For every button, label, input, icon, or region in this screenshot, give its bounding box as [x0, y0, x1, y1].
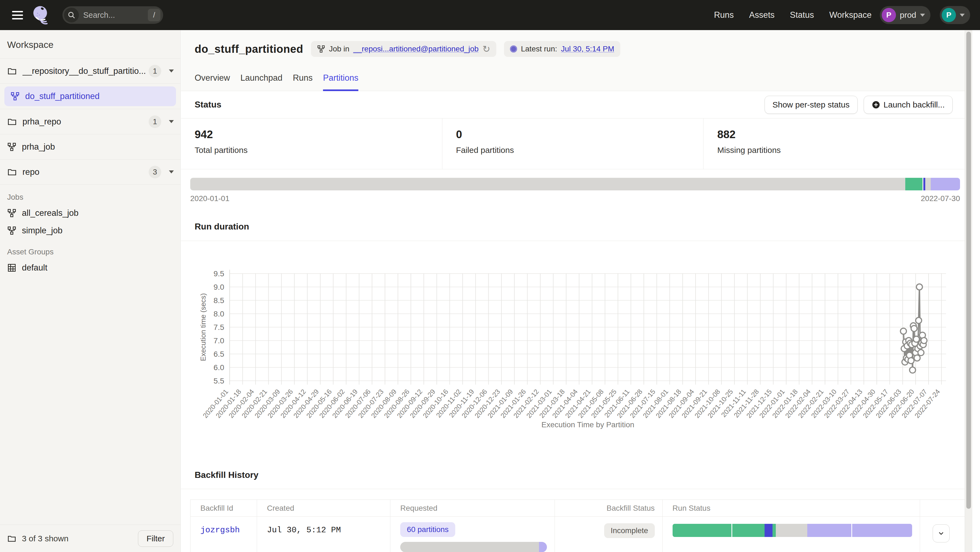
backfill-id-link[interactable]: jozrgsbh	[200, 517, 249, 535]
asset-groups-section-label: Asset Groups	[0, 240, 180, 259]
nav-runs[interactable]: Runs	[714, 10, 733, 20]
sidebar-repo-row[interactable]: prha_repo 1	[0, 109, 180, 134]
vertical-scrollbar[interactable]	[965, 30, 972, 552]
chevron-down-icon[interactable]	[169, 170, 174, 173]
folder-icon	[7, 117, 17, 127]
folder-icon	[7, 167, 17, 177]
backfill-table-row: jozrgsbh Jul 30, 5:12 PM 60 partitions 2…	[191, 517, 970, 552]
partition-stats: 942 Total partitions 0 Failed partitions…	[181, 118, 965, 169]
job-tabs: Overview Launchpad Runs Partitions	[195, 73, 358, 91]
deployment-switcher[interactable]: P prod	[880, 6, 931, 24]
divider	[181, 489, 965, 489]
column-header-run-status: Run Status	[662, 500, 920, 516]
nav-workspace[interactable]: Workspace	[829, 10, 872, 20]
scrollbar-thumb[interactable]	[966, 32, 971, 509]
reload-icon[interactable]: ↻	[482, 44, 490, 54]
nav-status[interactable]: Status	[790, 10, 814, 20]
stat-missing-partitions: 882 Missing partitions	[703, 119, 965, 169]
tab-launchpad[interactable]: Launchpad	[240, 73, 282, 91]
nav-assets[interactable]: Assets	[749, 10, 775, 20]
partition-range-end: 2022-07-30	[921, 194, 960, 203]
run-duration-chart[interactable]: 5.56.06.57.07.58.08.59.09.52020-01-01202…	[181, 252, 965, 468]
user-menu[interactable]: P	[940, 6, 970, 24]
stat-failed-partitions: 0 Failed partitions	[442, 119, 703, 169]
svg-text:7.0: 7.0	[213, 336, 224, 345]
run-status-bar[interactable]	[673, 524, 912, 537]
chevron-down-icon[interactable]	[169, 120, 174, 123]
svg-text:7.5: 7.5	[213, 323, 224, 332]
repo-count-badge: 3	[149, 166, 161, 178]
sidebar-heading: Workspace	[0, 30, 180, 59]
repo-count-badge: 1	[149, 65, 161, 78]
column-header-created: Created	[257, 500, 390, 516]
plus-circle-icon	[872, 100, 880, 109]
backfill-history-title: Backfill History	[195, 470, 258, 480]
svg-text:9.0: 9.0	[213, 283, 224, 291]
svg-text:Execution Time by Partition: Execution Time by Partition	[541, 420, 634, 429]
requested-partitions-chip[interactable]: 60 partitions	[400, 522, 455, 537]
deployment-name: prod	[900, 10, 916, 20]
hamburger-menu-icon[interactable]	[12, 9, 23, 22]
column-header-backfill-status: Backfill Status	[555, 500, 662, 516]
svg-text:6.5: 6.5	[213, 350, 224, 358]
filter-button[interactable]: Filter	[138, 530, 173, 547]
chevron-down-icon[interactable]	[169, 70, 174, 73]
sidebar-item-do-stuff-partitioned-selected[interactable]: do_stuff_partitioned	[5, 86, 176, 106]
latest-run-chip: Latest run: Jul 30, 5:14 PM	[504, 41, 620, 57]
sidebar-item-simple-job[interactable]: simple_job	[0, 222, 180, 240]
stat-total-partitions: 942 Total partitions	[181, 119, 442, 169]
search-placeholder: Search...	[83, 11, 148, 20]
column-header-requested: Requested	[390, 500, 555, 516]
partition-range-start: 2020-01-01	[190, 194, 229, 203]
sidebar-repo-row[interactable]: __repository__do_stuff_partitio... 1	[0, 59, 180, 84]
sidebar-item-prha-job[interactable]: prha_job	[0, 134, 180, 159]
job-location-chip: Job in __reposi...artitioned@partitioned…	[311, 41, 496, 57]
show-per-step-status-button[interactable]: Show per-step status	[765, 96, 858, 114]
tab-partitions[interactable]: Partitions	[323, 73, 358, 91]
status-title: Status	[195, 100, 221, 110]
backfill-table-header: Backfill Id Created Requested Backfill S…	[191, 500, 970, 517]
job-icon	[7, 208, 16, 218]
sidebar-item-all-cereals-job[interactable]: all_cereals_job	[0, 204, 180, 222]
job-icon	[7, 226, 16, 235]
expand-row-button[interactable]	[933, 524, 950, 542]
latest-run-label: Latest run:	[521, 44, 557, 53]
chevron-down-icon	[937, 530, 945, 537]
job-icon	[7, 142, 16, 152]
main-content: do_stuff_partitioned Job in __reposi...a…	[181, 30, 972, 552]
backfill-status-badge: Incomplete	[604, 523, 655, 538]
status-section-header: Status Show per-step status Launch backf…	[181, 91, 965, 118]
repo-count-badge: 1	[149, 116, 161, 128]
svg-text:8.0: 8.0	[213, 310, 224, 318]
column-header-backfill-id: Backfill Id	[191, 500, 257, 516]
page-title: do_stuff_partitioned	[195, 43, 303, 55]
job-location-link[interactable]: __reposi...artitioned@partitioned_job	[353, 44, 479, 53]
tab-runs[interactable]: Runs	[293, 73, 313, 91]
job-location-prefix: Job in	[329, 44, 350, 53]
search-icon	[64, 8, 79, 22]
run-duration-title: Run duration	[195, 222, 249, 232]
asset-group-icon	[7, 263, 16, 273]
job-header: do_stuff_partitioned Job in __reposi...a…	[181, 30, 965, 91]
job-icon	[10, 92, 20, 101]
latest-run-link[interactable]: Jul 30, 5:14 PM	[561, 44, 614, 53]
partition-status-bar-block: 2020-01-01 2022-07-30	[190, 178, 960, 203]
top-navigation: Runs Assets Status Workspace	[714, 10, 872, 20]
svg-text:Execution time (secs): Execution time (secs)	[199, 293, 207, 361]
folder-icon	[7, 534, 16, 543]
search-input[interactable]: Search... /	[62, 6, 163, 24]
jobs-section-label: Jobs	[0, 185, 180, 204]
svg-text:5.5: 5.5	[213, 377, 224, 385]
search-shortcut-key: /	[148, 9, 161, 21]
job-icon	[317, 45, 325, 53]
backfill-history-table: Backfill Id Created Requested Backfill S…	[190, 500, 971, 552]
user-avatar: P	[942, 8, 956, 22]
partition-status-bar[interactable]	[190, 178, 960, 190]
dagster-logo-icon[interactable]	[31, 5, 52, 26]
tab-overview[interactable]: Overview	[195, 73, 230, 91]
sidebar-item-default-asset-group[interactable]: default	[0, 259, 180, 276]
launch-backfill-button[interactable]: Launch backfill...	[864, 96, 953, 114]
chevron-down-icon	[920, 14, 925, 17]
svg-text:6.0: 6.0	[213, 363, 224, 372]
sidebar-repo-row[interactable]: repo 3	[0, 159, 180, 185]
